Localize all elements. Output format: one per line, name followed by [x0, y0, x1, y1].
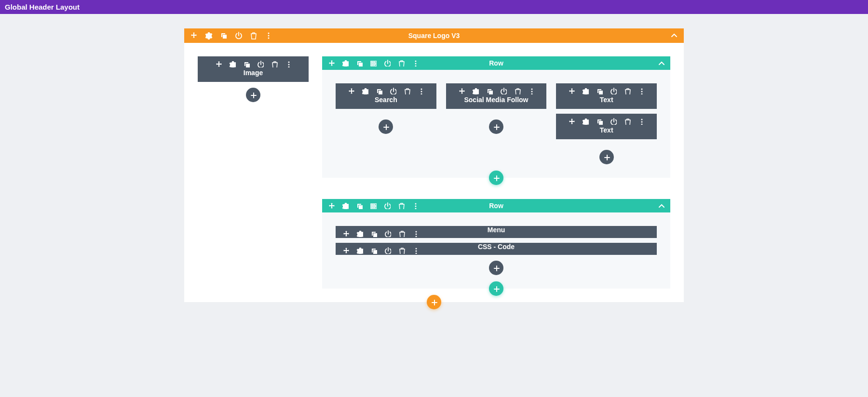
move-icon[interactable]	[342, 230, 349, 237]
chevron-up-icon[interactable]	[658, 202, 665, 209]
duplicate-icon[interactable]	[356, 202, 363, 209]
duplicate-icon[interactable]	[486, 88, 493, 94]
more-vertical-icon[interactable]	[638, 88, 645, 94]
row-body: Search	[322, 70, 670, 178]
add-module-button[interactable]	[489, 261, 503, 275]
module-toolbar	[561, 114, 652, 126]
move-icon[interactable]	[328, 202, 335, 209]
add-module-button[interactable]	[599, 150, 614, 164]
duplicate-icon[interactable]	[596, 88, 603, 94]
row-body: Menu	[322, 212, 670, 289]
duplicate-icon[interactable]	[370, 230, 377, 237]
gear-icon[interactable]	[342, 60, 349, 66]
add-row-button[interactable]	[489, 281, 503, 296]
move-icon[interactable]	[190, 32, 198, 40]
power-icon[interactable]	[384, 202, 391, 209]
row-2: Row	[322, 199, 670, 289]
more-vertical-icon[interactable]	[418, 88, 424, 94]
move-icon[interactable]	[568, 118, 575, 125]
trash-icon[interactable]	[271, 61, 278, 67]
section-column-right: Row	[322, 56, 670, 289]
power-icon[interactable]	[610, 118, 617, 125]
duplicate-icon[interactable]	[356, 60, 363, 66]
row-header[interactable]: Row	[322, 199, 670, 212]
trash-icon[interactable]	[624, 88, 631, 94]
duplicate-icon[interactable]	[220, 32, 228, 40]
power-icon[interactable]	[610, 88, 617, 94]
power-icon[interactable]	[384, 230, 391, 237]
add-module-button[interactable]	[246, 88, 260, 102]
more-vertical-icon[interactable]	[528, 88, 535, 94]
module-image[interactable]: Image	[198, 56, 309, 82]
module-search[interactable]: Search	[336, 83, 436, 109]
module-text[interactable]: Text	[556, 83, 657, 109]
columns-icon[interactable]	[370, 60, 377, 66]
gear-icon[interactable]	[582, 88, 589, 94]
more-vertical-icon[interactable]	[412, 202, 419, 209]
gear-icon[interactable]	[205, 32, 213, 40]
power-icon[interactable]	[500, 88, 507, 94]
trash-icon[interactable]	[398, 202, 405, 209]
trash-icon[interactable]	[398, 230, 405, 237]
power-icon[interactable]	[257, 61, 264, 67]
more-vertical-icon[interactable]	[638, 118, 645, 125]
gear-icon[interactable]	[342, 202, 349, 209]
module-css-code[interactable]: CSS - Code	[336, 243, 657, 255]
move-icon[interactable]	[328, 60, 335, 66]
gear-icon[interactable]	[472, 88, 479, 94]
trash-icon[interactable]	[398, 60, 405, 66]
duplicate-icon[interactable]	[596, 118, 603, 125]
gear-icon[interactable]	[362, 88, 368, 94]
power-icon[interactable]	[384, 60, 391, 66]
more-vertical-icon[interactable]	[265, 32, 272, 40]
module-title: Text	[561, 96, 652, 109]
trash-icon[interactable]	[514, 88, 521, 94]
add-row-button[interactable]	[489, 171, 503, 185]
row-toolbar	[328, 60, 419, 66]
page-banner-title: Global Header Layout	[5, 3, 80, 11]
module-title: Search	[340, 96, 432, 109]
more-vertical-icon[interactable]	[412, 247, 419, 254]
gear-icon[interactable]	[582, 118, 589, 125]
trash-icon[interactable]	[624, 118, 631, 125]
section-column-left: Image	[198, 56, 309, 289]
row1-col3: Text	[556, 83, 657, 164]
more-vertical-icon[interactable]	[412, 60, 419, 66]
move-icon[interactable]	[342, 247, 349, 254]
power-icon[interactable]	[390, 88, 396, 94]
trash-icon[interactable]	[404, 88, 410, 94]
gear-icon[interactable]	[356, 247, 363, 254]
module-title: Social Media Follow	[451, 96, 542, 109]
gear-icon[interactable]	[229, 61, 236, 67]
module-text[interactable]: Text	[556, 114, 657, 139]
add-module-button[interactable]	[489, 119, 503, 134]
page-banner: Global Header Layout	[0, 0, 868, 14]
module-toolbar	[561, 83, 652, 96]
row1-col1: Search	[336, 83, 436, 164]
power-icon[interactable]	[384, 247, 391, 254]
columns-icon[interactable]	[370, 202, 377, 209]
more-vertical-icon[interactable]	[285, 61, 292, 67]
module-toolbar	[451, 83, 542, 96]
duplicate-icon[interactable]	[376, 88, 382, 94]
more-vertical-icon[interactable]	[412, 230, 419, 237]
section-header[interactable]: Square Logo V3	[184, 28, 684, 43]
module-menu[interactable]: Menu	[336, 226, 657, 238]
trash-icon[interactable]	[250, 32, 258, 40]
move-icon[interactable]	[348, 88, 354, 94]
gear-icon[interactable]	[356, 230, 363, 237]
chevron-up-icon[interactable]	[658, 60, 665, 66]
section-body: Image	[184, 43, 684, 302]
add-module-button[interactable]	[379, 119, 393, 134]
move-icon[interactable]	[458, 88, 465, 94]
chevron-up-icon[interactable]	[670, 32, 678, 40]
move-icon[interactable]	[568, 88, 575, 94]
duplicate-icon[interactable]	[370, 247, 377, 254]
add-section-button[interactable]	[427, 295, 441, 309]
duplicate-icon[interactable]	[243, 61, 250, 67]
trash-icon[interactable]	[398, 247, 405, 254]
module-social-media-follow[interactable]: Social Media Follow	[446, 83, 547, 109]
power-icon[interactable]	[235, 32, 243, 40]
row-header[interactable]: Row	[322, 56, 670, 70]
move-icon[interactable]	[215, 61, 222, 67]
